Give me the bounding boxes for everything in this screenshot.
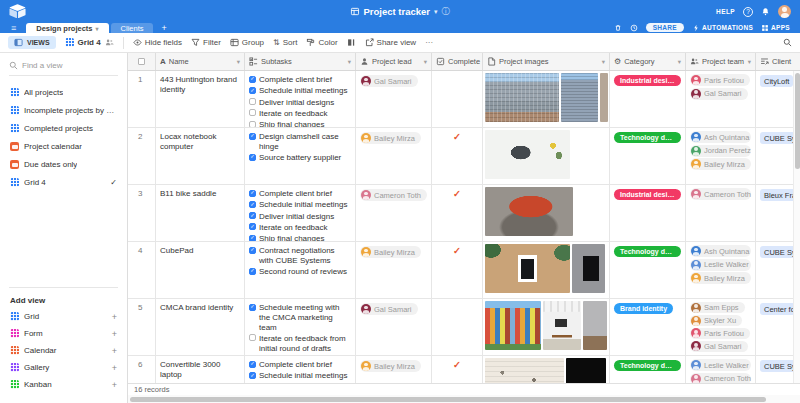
cell-name[interactable]: 443 Huntington brand identity <box>156 71 245 127</box>
subtask-checkbox[interactable]: ✓ <box>249 154 256 161</box>
column-header-subtasks[interactable]: Subtasks▾ <box>245 53 356 70</box>
search-icon[interactable] <box>783 38 792 47</box>
share-button[interactable]: SHARE <box>646 23 684 32</box>
subtask-checkbox[interactable]: ✓ <box>249 87 256 94</box>
add-table-button[interactable]: + <box>155 23 172 33</box>
sidebar-view-all-projects[interactable]: All projects <box>0 83 127 101</box>
cell-subtasks[interactable]: ✓Complete client brief✓Schedule initial … <box>245 185 356 241</box>
subtask-checkbox[interactable]: ✓ <box>249 268 256 275</box>
add-view-gallery[interactable]: Gallery+ <box>0 359 127 376</box>
cell-project-lead[interactable]: Gal Samari <box>356 299 432 355</box>
project-image-thumbnail[interactable] <box>485 301 541 350</box>
question-icon[interactable]: ? <box>743 7 753 17</box>
color-button[interactable]: Color <box>306 38 337 47</box>
plus-icon[interactable]: + <box>112 329 117 339</box>
subtask-checkbox[interactable] <box>249 98 256 105</box>
cell-name[interactable]: CMCA brand identity <box>156 299 245 355</box>
tab-clients[interactable]: Clients <box>111 23 154 33</box>
apps-button[interactable]: APPS <box>761 24 790 32</box>
cell-subtasks[interactable]: ✓Design clamshell case hinge✓Source batt… <box>245 128 356 184</box>
cell-category[interactable]: Technology design <box>610 242 686 298</box>
sidebar-view-project-calendar[interactable]: Project calendar <box>0 137 127 155</box>
project-image-thumbnail[interactable] <box>485 73 559 122</box>
cell-complete[interactable]: ✓ <box>432 185 483 241</box>
cell-project-lead[interactable]: Cameron Toth <box>356 185 432 241</box>
subtask-checkbox[interactable]: ✓ <box>249 76 256 83</box>
project-image-thumbnail[interactable] <box>600 73 608 122</box>
bell-icon[interactable] <box>761 7 770 16</box>
user-avatar[interactable] <box>778 5 791 18</box>
cell-complete[interactable]: ✓ <box>432 242 483 298</box>
subtask-checkbox[interactable] <box>249 334 256 341</box>
add-view-calendar[interactable]: Calendar+ <box>0 342 127 359</box>
plus-icon[interactable]: + <box>112 380 117 390</box>
column-header-name[interactable]: AName▾ <box>156 53 245 70</box>
item-button[interactable] <box>347 38 356 47</box>
group-button[interactable]: Group <box>230 38 264 47</box>
cell-project-images[interactable] <box>483 71 610 127</box>
add-view-grid[interactable]: Grid+ <box>0 308 127 325</box>
sidebar-view-due-dates-only[interactable]: Due dates only <box>0 155 127 173</box>
item-button[interactable]: ··· <box>425 39 433 47</box>
base-info-icon[interactable]: ⓘ <box>442 6 450 17</box>
cell-project-images[interactable] <box>483 242 610 298</box>
cell-project-team[interactable]: Cameron Toth <box>686 185 756 241</box>
project-image-thumbnail[interactable] <box>485 244 570 293</box>
column-header-project-lead[interactable]: Project lead▾ <box>356 53 432 70</box>
subtask-checkbox[interactable]: ✓ <box>249 190 256 197</box>
plus-icon[interactable]: + <box>112 346 117 356</box>
select-all-checkbox[interactable] <box>138 58 145 65</box>
subtask-checkbox[interactable]: ✓ <box>249 235 256 242</box>
project-image-thumbnail[interactable] <box>485 187 573 236</box>
cell-project-images[interactable] <box>483 299 610 355</box>
find-view-input[interactable] <box>22 61 112 70</box>
subtask-checkbox[interactable] <box>249 121 256 128</box>
trash-icon[interactable] <box>614 24 622 32</box>
hamburger-menu-icon[interactable]: ≡ <box>0 23 26 33</box>
history-icon[interactable] <box>630 24 638 32</box>
column-header-category[interactable]: ⚙Category▾ <box>610 53 686 70</box>
subtask-checkbox[interactable]: ✓ <box>249 223 256 230</box>
cell-project-lead[interactable]: Gal Samari <box>356 71 432 127</box>
cell-name[interactable]: Locax notebook computer <box>156 128 245 184</box>
project-image-thumbnail[interactable] <box>543 301 581 350</box>
sidebar-view-incomplete-projects-by-category[interactable]: Incomplete projects by category <box>0 101 127 119</box>
project-image-thumbnail[interactable] <box>583 301 607 350</box>
tab-design-projects[interactable]: Design projects▾ <box>26 23 108 33</box>
views-toggle-button[interactable]: VIEWS <box>8 36 56 49</box>
cell-complete[interactable]: ✓ <box>432 128 483 184</box>
cell-category[interactable]: Brand identity <box>610 299 686 355</box>
cell-project-team[interactable]: Ash QuintanaLeslie WalkerBailey Mirza <box>686 242 756 298</box>
cell-project-lead[interactable]: Bailey Mirza <box>356 242 432 298</box>
cell-project-team[interactable]: Sam EppsSkyler XuParis FotiouGal Samari <box>686 299 756 355</box>
current-view-button[interactable]: Grid 4 <box>65 38 114 47</box>
cell-project-team[interactable]: Paris FotiouGal Samari <box>686 71 756 127</box>
subtask-checkbox[interactable]: ✓ <box>249 372 256 379</box>
sidebar-view-grid-4[interactable]: Grid 4✓ <box>0 173 127 191</box>
base-title-group[interactable]: Project tracker ▾ ⓘ <box>350 0 449 23</box>
cell-name[interactable]: CubePad <box>156 242 245 298</box>
airtable-logo-icon[interactable] <box>9 4 26 20</box>
cell-project-lead[interactable]: Bailey Mirza <box>356 128 432 184</box>
share-view-button[interactable]: Share view <box>365 38 417 47</box>
filter-button[interactable]: Filter <box>191 38 221 47</box>
automations-button[interactable]: AUTOMATIONS <box>692 24 753 32</box>
cell-category[interactable]: Industrial design <box>610 185 686 241</box>
help-button[interactable]: HELP <box>716 8 735 15</box>
horizontal-scrollbar[interactable] <box>128 395 800 403</box>
project-image-thumbnail[interactable] <box>572 244 605 293</box>
cell-project-images[interactable] <box>483 128 610 184</box>
sidebar-view-completed-projects[interactable]: Completed projects <box>0 119 127 137</box>
cell-project-team[interactable]: Ash QuintanaJordan PeretzBailey Mirza <box>686 128 756 184</box>
subtask-checkbox[interactable]: ✓ <box>249 133 256 140</box>
select-all-header[interactable] <box>128 53 156 70</box>
cell-subtasks[interactable]: ✓Complete client brief✓Schedule initial … <box>245 71 356 127</box>
cell-name[interactable]: B11 bike saddle <box>156 185 245 241</box>
horizontal-scrollbar-thumb[interactable] <box>130 397 766 402</box>
plus-icon[interactable]: + <box>112 312 117 322</box>
sort-button[interactable]: ⇅Sort <box>273 38 297 47</box>
column-header-project-team[interactable]: Project team▾ <box>686 53 756 70</box>
plus-icon[interactable]: + <box>112 363 117 373</box>
subtask-checkbox[interactable]: ✓ <box>249 247 256 254</box>
cell-category[interactable]: Industrial design <box>610 71 686 127</box>
